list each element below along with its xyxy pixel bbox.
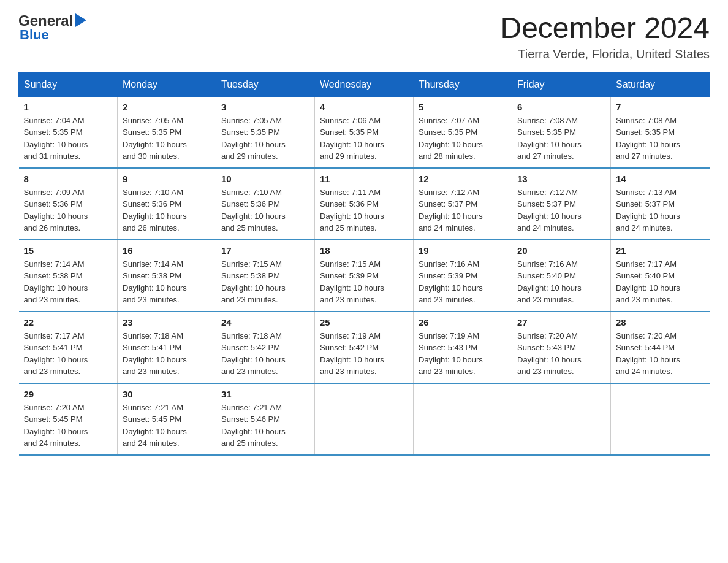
table-row: 15 Sunrise: 7:14 AM Sunset: 5:38 PM Dayl… — [19, 240, 118, 312]
table-row: 23 Sunrise: 7:18 AM Sunset: 5:41 PM Dayl… — [118, 312, 216, 383]
calendar-week-row: 1 Sunrise: 7:04 AM Sunset: 5:35 PM Dayli… — [19, 96, 710, 168]
calendar-week-row: 8 Sunrise: 7:09 AM Sunset: 5:36 PM Dayli… — [19, 168, 710, 240]
day-info: Sunrise: 7:19 AM Sunset: 5:42 PM Dayligh… — [320, 330, 408, 378]
day-info: Sunrise: 7:20 AM Sunset: 5:45 PM Dayligh… — [24, 402, 113, 450]
day-number: 8 — [24, 174, 113, 184]
day-info: Sunrise: 7:05 AM Sunset: 5:35 PM Dayligh… — [221, 115, 309, 163]
header-friday: Friday — [512, 72, 611, 96]
table-row: 21 Sunrise: 7:17 AM Sunset: 5:40 PM Dayl… — [611, 240, 710, 312]
table-row: 13 Sunrise: 7:12 AM Sunset: 5:37 PM Dayl… — [512, 168, 611, 240]
table-row: 11 Sunrise: 7:11 AM Sunset: 5:36 PM Dayl… — [315, 168, 414, 240]
logo-arrow-icon — [75, 13, 86, 29]
location-title: Tierra Verde, Florida, United States — [500, 47, 710, 61]
table-row: 10 Sunrise: 7:10 AM Sunset: 5:36 PM Dayl… — [216, 168, 315, 240]
day-info: Sunrise: 7:17 AM Sunset: 5:41 PM Dayligh… — [24, 330, 113, 378]
logo: General Blue — [18, 12, 86, 43]
day-number: 13 — [517, 174, 605, 184]
table-row: 4 Sunrise: 7:06 AM Sunset: 5:35 PM Dayli… — [315, 96, 414, 168]
day-number: 21 — [616, 245, 705, 256]
table-row: 14 Sunrise: 7:13 AM Sunset: 5:37 PM Dayl… — [611, 168, 710, 240]
calendar-week-row: 22 Sunrise: 7:17 AM Sunset: 5:41 PM Dayl… — [19, 312, 710, 383]
day-info: Sunrise: 7:21 AM Sunset: 5:46 PM Dayligh… — [221, 402, 309, 450]
day-number: 16 — [123, 245, 211, 256]
day-number: 3 — [221, 102, 309, 112]
table-row: 16 Sunrise: 7:14 AM Sunset: 5:38 PM Dayl… — [118, 240, 216, 312]
day-number: 2 — [123, 102, 211, 112]
day-info: Sunrise: 7:16 AM Sunset: 5:40 PM Dayligh… — [517, 258, 605, 306]
header-sunday: Sunday — [19, 72, 118, 96]
table-row: 7 Sunrise: 7:08 AM Sunset: 5:35 PM Dayli… — [611, 96, 710, 168]
day-info: Sunrise: 7:12 AM Sunset: 5:37 PM Dayligh… — [517, 186, 605, 234]
table-row — [414, 383, 512, 455]
header-saturday: Saturday — [611, 72, 710, 96]
header-wednesday: Wednesday — [315, 72, 414, 96]
day-number: 22 — [24, 317, 113, 327]
day-number: 17 — [221, 245, 309, 256]
day-number: 4 — [320, 102, 408, 112]
day-info: Sunrise: 7:08 AM Sunset: 5:35 PM Dayligh… — [616, 115, 705, 163]
table-row: 3 Sunrise: 7:05 AM Sunset: 5:35 PM Dayli… — [216, 96, 315, 168]
day-info: Sunrise: 7:15 AM Sunset: 5:39 PM Dayligh… — [320, 258, 408, 306]
table-row: 24 Sunrise: 7:18 AM Sunset: 5:42 PM Dayl… — [216, 312, 315, 383]
day-number: 28 — [616, 317, 705, 327]
day-info: Sunrise: 7:04 AM Sunset: 5:35 PM Dayligh… — [24, 115, 113, 163]
day-info: Sunrise: 7:14 AM Sunset: 5:38 PM Dayligh… — [123, 258, 211, 306]
table-row — [611, 383, 710, 455]
day-info: Sunrise: 7:18 AM Sunset: 5:42 PM Dayligh… — [221, 330, 309, 378]
logo-blue-text: Blue — [20, 27, 49, 43]
table-row: 31 Sunrise: 7:21 AM Sunset: 5:46 PM Dayl… — [216, 383, 315, 455]
day-number: 24 — [221, 317, 309, 327]
day-number: 19 — [419, 245, 507, 256]
title-section: December 2024 Tierra Verde, Florida, Uni… — [500, 12, 710, 61]
day-number: 10 — [221, 174, 309, 184]
day-info: Sunrise: 7:08 AM Sunset: 5:35 PM Dayligh… — [517, 115, 605, 163]
table-row: 26 Sunrise: 7:19 AM Sunset: 5:43 PM Dayl… — [414, 312, 512, 383]
day-info: Sunrise: 7:09 AM Sunset: 5:36 PM Dayligh… — [24, 186, 113, 234]
day-info: Sunrise: 7:05 AM Sunset: 5:35 PM Dayligh… — [123, 115, 211, 163]
table-row: 9 Sunrise: 7:10 AM Sunset: 5:36 PM Dayli… — [118, 168, 216, 240]
day-number: 31 — [221, 389, 309, 399]
day-number: 11 — [320, 174, 408, 184]
day-info: Sunrise: 7:14 AM Sunset: 5:38 PM Dayligh… — [24, 258, 113, 306]
calendar-week-row: 15 Sunrise: 7:14 AM Sunset: 5:38 PM Dayl… — [19, 240, 710, 312]
day-info: Sunrise: 7:10 AM Sunset: 5:36 PM Dayligh… — [221, 186, 309, 234]
day-number: 18 — [320, 245, 408, 256]
day-number: 9 — [123, 174, 211, 184]
day-number: 25 — [320, 317, 408, 327]
day-number: 30 — [123, 389, 211, 399]
day-info: Sunrise: 7:11 AM Sunset: 5:36 PM Dayligh… — [320, 186, 408, 234]
day-info: Sunrise: 7:07 AM Sunset: 5:35 PM Dayligh… — [419, 115, 507, 163]
calendar-table: Sunday Monday Tuesday Wednesday Thursday… — [18, 72, 710, 456]
day-number: 20 — [517, 245, 605, 256]
page-header: General Blue December 2024 Tierra Verde,… — [18, 12, 710, 61]
day-number: 1 — [24, 102, 113, 112]
day-number: 5 — [419, 102, 507, 112]
day-number: 23 — [123, 317, 211, 327]
svg-marker-0 — [75, 13, 86, 27]
day-number: 6 — [517, 102, 605, 112]
table-row: 2 Sunrise: 7:05 AM Sunset: 5:35 PM Dayli… — [118, 96, 216, 168]
day-number: 15 — [24, 245, 113, 256]
table-row: 30 Sunrise: 7:21 AM Sunset: 5:45 PM Dayl… — [118, 383, 216, 455]
day-number: 27 — [517, 317, 605, 327]
day-info: Sunrise: 7:20 AM Sunset: 5:44 PM Dayligh… — [616, 330, 705, 378]
day-info: Sunrise: 7:13 AM Sunset: 5:37 PM Dayligh… — [616, 186, 705, 234]
table-row — [512, 383, 611, 455]
table-row — [315, 383, 414, 455]
day-info: Sunrise: 7:06 AM Sunset: 5:35 PM Dayligh… — [320, 115, 408, 163]
month-title: December 2024 — [500, 12, 710, 45]
table-row: 27 Sunrise: 7:20 AM Sunset: 5:43 PM Dayl… — [512, 312, 611, 383]
day-info: Sunrise: 7:18 AM Sunset: 5:41 PM Dayligh… — [123, 330, 211, 378]
day-number: 7 — [616, 102, 705, 112]
day-info: Sunrise: 7:21 AM Sunset: 5:45 PM Dayligh… — [123, 402, 211, 450]
day-info: Sunrise: 7:10 AM Sunset: 5:36 PM Dayligh… — [123, 186, 211, 234]
day-info: Sunrise: 7:19 AM Sunset: 5:43 PM Dayligh… — [419, 330, 507, 378]
header-thursday: Thursday — [414, 72, 512, 96]
calendar-week-row: 29 Sunrise: 7:20 AM Sunset: 5:45 PM Dayl… — [19, 383, 710, 455]
day-number: 26 — [419, 317, 507, 327]
table-row: 22 Sunrise: 7:17 AM Sunset: 5:41 PM Dayl… — [19, 312, 118, 383]
day-info: Sunrise: 7:17 AM Sunset: 5:40 PM Dayligh… — [616, 258, 705, 306]
day-info: Sunrise: 7:16 AM Sunset: 5:39 PM Dayligh… — [419, 258, 507, 306]
table-row: 19 Sunrise: 7:16 AM Sunset: 5:39 PM Dayl… — [414, 240, 512, 312]
table-row: 25 Sunrise: 7:19 AM Sunset: 5:42 PM Dayl… — [315, 312, 414, 383]
